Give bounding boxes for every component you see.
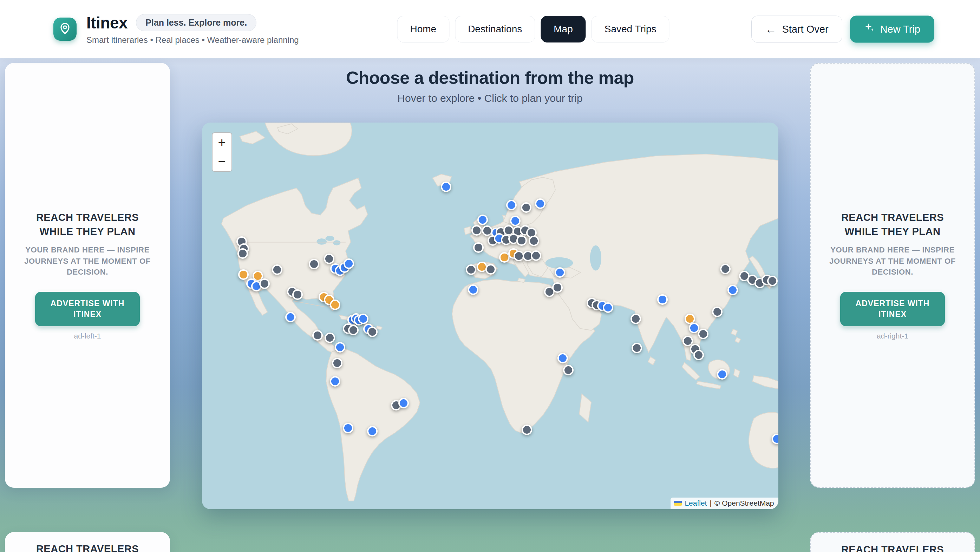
map-marker[interactable]: [335, 342, 345, 353]
map-marker[interactable]: [473, 242, 484, 253]
back-arrow-icon: ←: [765, 24, 776, 35]
header: Itinex Plan less. Explore more. Smart it…: [0, 0, 980, 58]
map-marker[interactable]: [485, 264, 496, 275]
map-marker[interactable]: [689, 323, 699, 333]
map-marker[interactable]: [712, 307, 722, 317]
map-marker[interactable]: [772, 434, 778, 444]
map-marker[interactable]: [309, 259, 319, 269]
brand-name: Itinex: [86, 13, 127, 32]
marker-layer: [202, 122, 778, 509]
map-marker[interactable]: [358, 313, 369, 324]
zoom-in-button[interactable]: +: [213, 133, 231, 152]
map-marker[interactable]: [344, 258, 354, 269]
ad-body: YOUR BRAND HERE — INSPIRE JOURNEYS AT TH…: [826, 244, 959, 278]
map-marker[interactable]: [506, 200, 517, 210]
ad-title: REACH TRAVELERS WHILE THEY PLAN: [36, 542, 139, 552]
map-marker[interactable]: [482, 226, 492, 236]
start-over-label: Start Over: [782, 23, 828, 35]
ad-slot-caption: ad-left-1: [74, 332, 101, 340]
map-marker[interactable]: [324, 253, 334, 264]
map-marker[interactable]: [552, 282, 563, 293]
map-marker[interactable]: [563, 365, 574, 375]
nav-saved-trips[interactable]: Saved Trips: [592, 16, 670, 43]
ad-panel-left-bottom: REACH TRAVELERS WHILE THEY PLAN: [5, 532, 170, 552]
map-pin-icon: [58, 22, 72, 37]
map-marker[interactable]: [330, 299, 340, 310]
attribution-separator: |: [710, 499, 711, 507]
map-marker[interactable]: [237, 248, 248, 259]
map-marker[interactable]: [720, 264, 730, 274]
world-map[interactable]: + − Leaflet | © OpenStreetMap: [202, 122, 778, 509]
map-marker[interactable]: [682, 336, 693, 346]
map-marker[interactable]: [325, 332, 335, 343]
nav-home[interactable]: Home: [397, 16, 449, 43]
map-marker[interactable]: [535, 199, 546, 209]
leaflet-link[interactable]: Leaflet: [685, 499, 707, 507]
advertise-button[interactable]: ADVERTISE WITH ITINEX: [35, 292, 140, 326]
map-marker[interactable]: [285, 312, 296, 322]
ad-title: REACH TRAVELERS WHILE THEY PLAN: [841, 542, 944, 552]
new-trip-button[interactable]: New Trip: [850, 16, 934, 43]
map-marker[interactable]: [632, 343, 642, 353]
map-marker[interactable]: [312, 330, 323, 340]
map-marker[interactable]: [603, 302, 613, 313]
zoom-out-button[interactable]: −: [213, 152, 231, 171]
advertise-button[interactable]: ADVERTISE WITH ITINEX: [840, 292, 945, 326]
map-marker[interactable]: [272, 264, 282, 275]
new-trip-label: New Trip: [880, 23, 920, 35]
nav-map[interactable]: Map: [541, 16, 585, 43]
map-marker[interactable]: [471, 225, 482, 235]
map-marker[interactable]: [477, 215, 488, 225]
map-marker[interactable]: [522, 425, 532, 435]
ad-title: REACH TRAVELERS WHILE THEY PLAN: [841, 210, 944, 239]
map-marker[interactable]: [531, 250, 541, 261]
map-marker[interactable]: [521, 202, 531, 213]
ad-slot-caption: ad-right-1: [877, 332, 908, 340]
ad-title: REACH TRAVELERS WHILE THEY PLAN: [36, 210, 139, 239]
map-marker[interactable]: [441, 181, 451, 192]
main-nav: Home Destinations Map Saved Trips: [397, 16, 669, 43]
ad-panel-left: REACH TRAVELERS WHILE THEY PLAN YOUR BRA…: [5, 63, 170, 488]
map-marker[interactable]: [332, 358, 342, 368]
map-marker[interactable]: [466, 264, 476, 275]
map-marker[interactable]: [348, 325, 359, 335]
map-marker[interactable]: [343, 423, 353, 433]
map-marker[interactable]: [292, 290, 303, 300]
map-marker[interactable]: [259, 278, 270, 289]
map-marker[interactable]: [555, 267, 565, 278]
map-marker[interactable]: [767, 276, 778, 286]
map-marker[interactable]: [516, 235, 527, 246]
openstreetmap-link[interactable]: © OpenStreetMap: [714, 499, 774, 507]
map-marker[interactable]: [367, 326, 378, 337]
brand: Itinex Plan less. Explore more. Smart it…: [0, 13, 299, 45]
brand-badge: Plan less. Explore more.: [136, 14, 256, 31]
sparkles-icon: [864, 22, 875, 35]
zoom-control: + −: [212, 132, 232, 172]
header-actions: ← Start Over New Trip: [751, 16, 934, 43]
map-marker[interactable]: [717, 369, 727, 380]
map-attribution: Leaflet | © OpenStreetMap: [671, 498, 778, 509]
map-marker[interactable]: [398, 398, 409, 408]
ad-panel-right: REACH TRAVELERS WHILE THEY PLAN YOUR BRA…: [810, 63, 975, 488]
map-marker[interactable]: [468, 285, 479, 295]
start-over-button[interactable]: ← Start Over: [751, 16, 842, 43]
brand-text: Itinex Plan less. Explore more. Smart it…: [86, 13, 299, 45]
map-marker[interactable]: [727, 285, 738, 295]
ukraine-flag-icon: [674, 501, 682, 506]
map-marker[interactable]: [510, 216, 520, 226]
ad-body: YOUR BRAND HERE — INSPIRE JOURNEYS AT TH…: [20, 244, 155, 278]
nav-destinations[interactable]: Destinations: [455, 16, 535, 43]
map-marker[interactable]: [694, 350, 704, 360]
brand-logo: [53, 17, 76, 41]
brand-subtitle: Smart itineraries • Real places • Weathe…: [86, 35, 299, 45]
ad-panel-right-bottom: REACH TRAVELERS WHILE THEY PLAN: [810, 532, 975, 552]
map-marker[interactable]: [529, 235, 539, 246]
map-marker[interactable]: [657, 294, 668, 305]
map-marker[interactable]: [698, 329, 708, 339]
map-marker[interactable]: [330, 376, 340, 387]
map-marker[interactable]: [630, 313, 641, 324]
map-marker[interactable]: [557, 353, 568, 363]
map-marker[interactable]: [367, 426, 378, 436]
map-marker[interactable]: [238, 269, 249, 280]
